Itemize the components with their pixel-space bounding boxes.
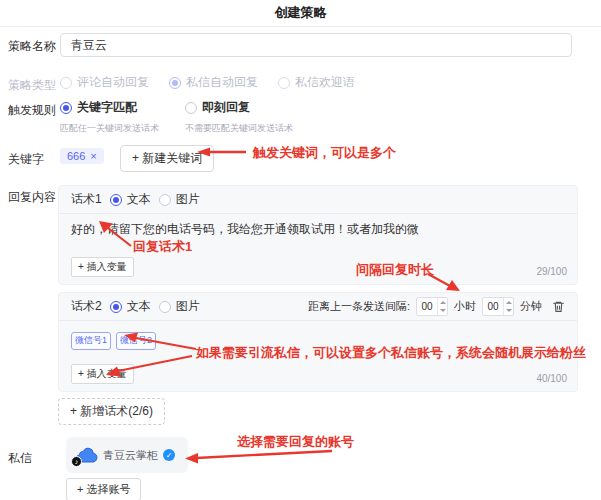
option-label: 图片: [176, 298, 200, 315]
insert-variable-button[interactable]: + 插入变量: [71, 364, 134, 384]
page-title: 创建策略: [275, 4, 327, 22]
script1-image-option[interactable]: 图片: [159, 191, 200, 208]
trigger-option-desc: 不需要匹配关键词发送话术: [185, 122, 293, 135]
trigger-rule-label: 触发规则: [8, 102, 56, 119]
trigger-option-click-area[interactable]: 即刻回复: [185, 99, 293, 116]
script2-text-option[interactable]: 文本: [110, 298, 151, 315]
dm-label: 私信: [8, 450, 32, 467]
cloud-avatar-icon: ♪: [74, 445, 98, 465]
trigger-option-label: 关键字匹配: [77, 99, 137, 116]
remove-keyword-icon[interactable]: ×: [90, 151, 96, 162]
option-label: 图片: [176, 191, 200, 208]
account-tag[interactable]: 微信号2: [116, 332, 156, 350]
strategy-name-label: 策略名称: [8, 38, 56, 55]
option-label: 文本: [127, 191, 151, 208]
add-script-button[interactable]: + 新增话术(2/6): [58, 398, 165, 425]
script1-title: 话术1: [71, 191, 102, 208]
script1-text-option[interactable]: 文本: [110, 191, 151, 208]
script2-panel: 话术2 文本 图片 距离上一条发送间隔: 00 小时 00: [58, 292, 578, 392]
hours-value: 00: [417, 298, 437, 315]
type-option-dm-welcome[interactable]: 私信欢迎语: [278, 74, 355, 91]
type-option-label: 私信欢迎语: [295, 74, 355, 91]
script1-panel: 话术1 文本 图片 好的，请留下您的电话号码，我给您开通领取试用！或者加我的微 …: [58, 185, 578, 285]
minutes-unit-label: 分钟: [520, 299, 542, 314]
trigger-option-click-area[interactable]: 关键字匹配: [60, 99, 159, 116]
type-option-dm-reply[interactable]: 私信自动回复: [169, 74, 258, 91]
interval-annotation: 间隔回复时长: [356, 261, 434, 279]
option-label: 文本: [127, 298, 151, 315]
strategy-name-input[interactable]: [60, 33, 572, 57]
trash-icon: [552, 300, 565, 313]
dialog-header: 创建策略: [0, 0, 601, 27]
char-counter: 40/100: [536, 373, 567, 384]
keyword-label: 关键字: [8, 151, 44, 168]
script1-content-text: 好的，请留下您的电话号码，我给您开通领取试用！或者加我的微: [71, 222, 419, 236]
delete-script-button[interactable]: [548, 300, 565, 313]
trigger-option-keyword-match: 关键字匹配 匹配任一关键词发送话术: [60, 99, 159, 135]
interval-controls: 距离上一条发送间隔: 00 小时 00 分钟: [308, 297, 565, 316]
radio-checked-icon[interactable]: [60, 102, 72, 114]
stepper-arrows[interactable]: [503, 298, 513, 315]
script2-footer: + 插入变量 40/100: [71, 364, 567, 384]
type-option-label: 评论自动回复: [77, 74, 149, 91]
type-option-comment-reply[interactable]: 评论自动回复: [60, 74, 149, 91]
radio-icon[interactable]: [159, 194, 171, 206]
stepper-arrows[interactable]: [437, 298, 447, 315]
keyword-tag: 666 ×: [60, 148, 104, 164]
trigger-option-instant-reply: 即刻回复 不需要匹配关键词发送话术: [185, 99, 293, 135]
insert-variable-button[interactable]: + 插入变量: [71, 257, 134, 277]
dm-account-name: 青豆云掌柜: [103, 448, 158, 463]
strategy-type-label: 策略类型: [8, 77, 56, 94]
music-note-badge-icon: ♪: [71, 456, 82, 467]
new-keyword-button[interactable]: + 新建关键词: [120, 145, 214, 172]
trigger-rule-options: 关键字匹配 匹配任一关键词发送话术 即刻回复 不需要匹配关键词发送话术: [60, 99, 293, 135]
reply-content-label-text: 回复内容: [8, 189, 56, 206]
script1-footer: + 插入变量 29/100: [71, 257, 567, 277]
script2-image-option[interactable]: 图片: [159, 298, 200, 315]
keyword-annotation: 触发关键词，可以是多个: [253, 144, 396, 162]
hours-unit-label: 小时: [454, 299, 476, 314]
interval-label: 距离上一条发送间隔:: [308, 299, 410, 314]
minutes-stepper[interactable]: 00: [482, 297, 514, 316]
select-account-button[interactable]: + 选择账号: [66, 478, 141, 500]
account-tag[interactable]: 微信号1: [71, 332, 111, 350]
dm-account-card[interactable]: ♪ 青豆云掌柜 ✓: [66, 437, 188, 473]
strategy-type-options: 评论自动回复 私信自动回复 私信欢迎语: [60, 74, 355, 91]
radio-icon[interactable]: [60, 77, 72, 89]
radio-icon[interactable]: [159, 301, 171, 313]
script1-header: 话术1 文本 图片: [59, 186, 577, 214]
verified-badge-icon: ✓: [163, 449, 175, 461]
minutes-value: 00: [483, 298, 503, 315]
radio-icon[interactable]: [278, 77, 290, 89]
trigger-option-label: 即刻回复: [202, 99, 250, 116]
create-strategy-page: 创建策略 策略名称 策略类型 评论自动回复 私信自动回复 私信欢迎语 触发规则 …: [0, 0, 601, 500]
dm-annotation: 选择需要回复的账号: [237, 433, 354, 451]
script2-title: 话术2: [71, 298, 102, 315]
radio-checked-icon[interactable]: [169, 77, 181, 89]
radio-checked-icon[interactable]: [110, 194, 122, 206]
type-option-label: 私信自动回复: [186, 74, 258, 91]
char-counter: 29/100: [536, 266, 567, 277]
radio-icon[interactable]: [185, 102, 197, 114]
radio-checked-icon[interactable]: [110, 301, 122, 313]
script2-header: 话术2 文本 图片 距离上一条发送间隔: 00 小时 00: [59, 293, 577, 321]
hours-stepper[interactable]: 00: [416, 297, 448, 316]
script1-annotation: 回复话术1: [133, 238, 192, 256]
keyword-tag-text: 666: [67, 150, 85, 162]
trigger-option-desc: 匹配任一关键词发送话术: [60, 122, 159, 135]
accounts-annotation: 如果需要引流私信，可以设置多个私信账号，系统会随机展示给粉丝: [196, 344, 586, 362]
